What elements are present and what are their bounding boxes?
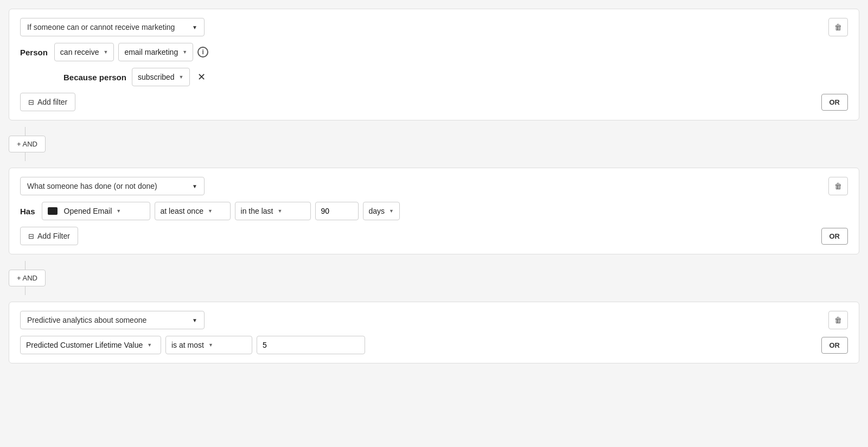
- block3-operator-chevron: ▼: [208, 342, 213, 348]
- filter-block-2: What someone has done (or not done) ▼ 🗑 …: [9, 168, 859, 254]
- block2-time-qualifier-select[interactable]: in the last ▼: [235, 202, 311, 220]
- filter-builder: If someone can or cannot receive marketi…: [9, 9, 859, 363]
- email-icon: [48, 207, 58, 215]
- block3-or-label: OR: [829, 341, 840, 349]
- block1-delete-button[interactable]: 🗑: [828, 18, 848, 36]
- block2-add-filter-label: Add Filter: [37, 232, 70, 240]
- and-button-1[interactable]: + AND: [9, 136, 46, 152]
- block1-can-receive-label: can receive: [60, 48, 99, 56]
- block1-remove-condition-button[interactable]: ✕: [195, 71, 208, 83]
- filter-block-1: If someone can or cannot receive marketi…: [9, 9, 859, 120]
- block1-email-marketing-label: email marketing: [124, 48, 178, 56]
- and-connector-line-1: [25, 127, 25, 136]
- block1-subscribed-chevron: ▼: [179, 74, 184, 80]
- trash-icon-3: 🗑: [834, 316, 842, 324]
- and-connector-2: + AND: [9, 259, 859, 297]
- block2-or-label: OR: [829, 232, 840, 240]
- block2-frequency-chevron: ▼: [208, 208, 213, 214]
- block1-type-label: If someone can or cannot receive marketi…: [27, 23, 175, 31]
- block2-frequency-label: at least once: [161, 207, 203, 215]
- block2-event-select[interactable]: Opened Email ▼: [42, 202, 150, 220]
- and-connector-1: + AND: [9, 125, 859, 163]
- block3-chevron-icon: ▼: [192, 317, 197, 323]
- block1-add-filter-button[interactable]: ⊟ Add filter: [20, 93, 75, 111]
- and-label-1: + AND: [17, 140, 37, 148]
- block1-add-filter-label: Add filter: [37, 98, 67, 106]
- block2-event-label: Opened Email: [64, 207, 112, 215]
- block2-frequency-select[interactable]: at least once ▼: [155, 202, 231, 220]
- block3-metric-chevron: ▼: [147, 342, 152, 348]
- block1-can-receive-chevron: ▼: [103, 49, 108, 55]
- block2-has-label: Has: [20, 207, 35, 216]
- block3-delete-button[interactable]: 🗑: [828, 311, 848, 329]
- block1-or-button[interactable]: OR: [821, 94, 848, 111]
- filter-icon-1: ⊟: [28, 98, 34, 106]
- block2-chevron-icon: ▼: [192, 183, 197, 189]
- info-icon-1[interactable]: i: [197, 47, 208, 58]
- block2-event-chevron: ▼: [116, 208, 121, 214]
- block2-add-filter-button[interactable]: ⊟ Add Filter: [20, 227, 78, 245]
- and-connector-line-2b: [25, 286, 25, 295]
- block1-email-marketing-chevron: ▼: [182, 49, 187, 55]
- block2-delete-button[interactable]: 🗑: [828, 177, 848, 195]
- block1-type-select[interactable]: If someone can or cannot receive marketi…: [20, 18, 205, 36]
- block2-type-label: What someone has done (or not done): [27, 182, 157, 190]
- block3-operator-label: is at most: [171, 341, 204, 349]
- and-label-2: + AND: [17, 274, 37, 282]
- block2-period-chevron: ▼: [389, 208, 394, 214]
- and-connector-line-2: [25, 261, 25, 270]
- block2-period-label: days: [369, 207, 385, 215]
- filter-icon-2: ⊟: [28, 232, 34, 240]
- block3-value-input[interactable]: [257, 336, 365, 354]
- and-button-2[interactable]: + AND: [9, 270, 46, 286]
- block3-metric-select[interactable]: Predicted Customer Lifetime Value ▼: [20, 336, 161, 354]
- block1-person-label: Person: [20, 48, 48, 57]
- and-connector-line-1b: [25, 152, 25, 161]
- filter-block-3: Predictive analytics about someone ▼ 🗑 P…: [9, 302, 859, 363]
- trash-icon-2: 🗑: [834, 182, 842, 190]
- block2-or-button[interactable]: OR: [821, 228, 848, 245]
- block1-or-label: OR: [829, 98, 840, 106]
- block2-time-qualifier-label: in the last: [241, 207, 273, 215]
- block3-operator-select[interactable]: is at most ▼: [165, 336, 252, 354]
- block1-subscribed-label: subscribed: [138, 73, 175, 81]
- block1-because-label: Because person: [63, 73, 126, 82]
- block3-type-select[interactable]: Predictive analytics about someone ▼: [20, 311, 205, 329]
- block1-subscribed-select[interactable]: subscribed ▼: [132, 68, 190, 86]
- trash-icon: 🗑: [834, 23, 842, 31]
- block2-type-select[interactable]: What someone has done (or not done) ▼: [20, 177, 205, 195]
- block2-value-input[interactable]: [315, 202, 359, 220]
- block2-period-select[interactable]: days ▼: [363, 202, 400, 220]
- block1-email-marketing-select[interactable]: email marketing ▼: [118, 43, 193, 61]
- block3-type-label: Predictive analytics about someone: [27, 316, 146, 324]
- block1-can-receive-select[interactable]: can receive ▼: [54, 43, 114, 61]
- block2-time-qualifier-chevron: ▼: [277, 208, 282, 214]
- block3-or-button[interactable]: OR: [821, 337, 848, 354]
- block3-metric-label: Predicted Customer Lifetime Value: [26, 341, 143, 349]
- block1-chevron-icon: ▼: [192, 24, 197, 30]
